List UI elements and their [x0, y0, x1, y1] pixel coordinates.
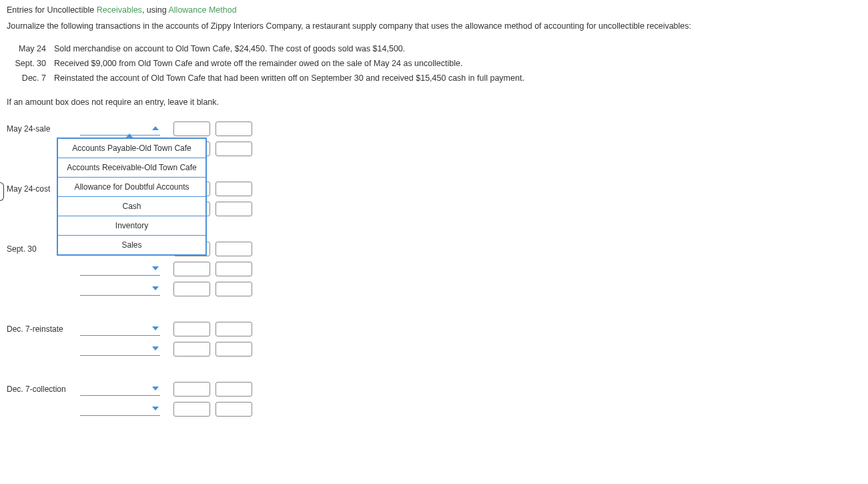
- chevron-up-icon: [152, 126, 159, 130]
- chevron-down-icon: [152, 286, 159, 290]
- chevron-down-icon: [152, 346, 159, 350]
- entry-label: Dec. 7-reinstate: [7, 324, 80, 334]
- credit-input[interactable]: [215, 202, 252, 216]
- credit-input[interactable]: [215, 342, 252, 356]
- chevron-down-icon: [152, 326, 159, 330]
- credit-input[interactable]: [215, 402, 252, 417]
- entry-dec7-collection: Dec. 7-collection: [7, 379, 861, 419]
- dropdown-option[interactable]: Allowance for Doubtful Accounts: [58, 178, 205, 197]
- dropdown-option[interactable]: Sales: [58, 236, 205, 254]
- credit-input[interactable]: [215, 262, 252, 276]
- transactions-list: May 24 Sold merchandise on account to Ol…: [11, 44, 861, 83]
- title-link-allowance[interactable]: Allowance Method: [169, 5, 237, 15]
- account-dropdown[interactable]: [80, 322, 160, 336]
- transaction-date: Dec. 7: [11, 73, 54, 83]
- dropdown-option[interactable]: Accounts Payable-Old Town Cafe: [58, 139, 205, 158]
- instruction-note: If an amount box does not require an ent…: [7, 97, 861, 107]
- title-text-2: , using: [142, 5, 169, 15]
- debit-input[interactable]: [173, 322, 210, 336]
- debit-input[interactable]: [173, 402, 210, 417]
- transaction-row: Sept. 30 Received $9,000 from Old Town C…: [11, 59, 861, 68]
- account-dropdown[interactable]: [80, 403, 160, 416]
- debit-input[interactable]: [173, 342, 210, 356]
- debit-input[interactable]: [173, 282, 210, 296]
- dropdown-option[interactable]: Inventory: [58, 216, 205, 236]
- transaction-row: May 24 Sold merchandise on account to Ol…: [11, 44, 861, 53]
- transaction-date: May 24: [11, 44, 54, 53]
- credit-input[interactable]: [215, 182, 252, 196]
- transaction-desc: Reinstated the account of Old Town Cafe …: [54, 73, 861, 83]
- page-title: Entries for Uncollectible Receivables, u…: [7, 5, 861, 15]
- entry-may24-sale: May 24-sale Accounts Payable-Old Town Ca…: [7, 119, 861, 159]
- credit-input[interactable]: [215, 122, 252, 136]
- entry-dec7-reinstate: Dec. 7-reinstate: [7, 319, 861, 359]
- credit-input[interactable]: [215, 382, 252, 397]
- dropdown-option[interactable]: Cash: [58, 197, 205, 216]
- account-dropdown[interactable]: [80, 383, 160, 396]
- journal-entries: May 24-sale Accounts Payable-Old Town Ca…: [7, 119, 861, 419]
- entry-label: Dec. 7-collection: [7, 385, 80, 394]
- title-link-receivables[interactable]: Receivables: [97, 5, 142, 15]
- credit-input[interactable]: [215, 142, 252, 156]
- page-cut-marker: [0, 182, 4, 201]
- transaction-row: Dec. 7 Reinstated the account of Old Tow…: [11, 73, 861, 83]
- debit-input[interactable]: [173, 122, 210, 136]
- credit-input[interactable]: [215, 322, 252, 336]
- entry-label: May 24-sale: [7, 124, 80, 134]
- chevron-down-icon: [152, 266, 159, 270]
- account-dropdown-menu[interactable]: Accounts Payable-Old Town Cafe Accounts …: [57, 138, 207, 256]
- chevron-down-icon: [152, 387, 159, 391]
- dropdown-option[interactable]: Accounts Receivable-Old Town Cafe: [58, 158, 205, 178]
- account-dropdown[interactable]: [80, 282, 160, 296]
- account-dropdown[interactable]: [80, 122, 160, 136]
- transaction-desc: Received $9,000 from Old Town Cafe and w…: [54, 59, 861, 68]
- debit-input[interactable]: [173, 262, 210, 276]
- transaction-desc: Sold merchandise on account to Old Town …: [54, 44, 861, 53]
- title-text: Entries for Uncollectible: [7, 5, 97, 15]
- account-dropdown[interactable]: [80, 342, 160, 356]
- debit-input[interactable]: [173, 382, 210, 397]
- intro-paragraph: Journalize the following transactions in…: [7, 21, 861, 31]
- transaction-date: Sept. 30: [11, 59, 54, 68]
- chevron-down-icon: [152, 407, 159, 411]
- account-dropdown[interactable]: [80, 262, 160, 276]
- credit-input[interactable]: [215, 242, 252, 256]
- credit-input[interactable]: [215, 282, 252, 296]
